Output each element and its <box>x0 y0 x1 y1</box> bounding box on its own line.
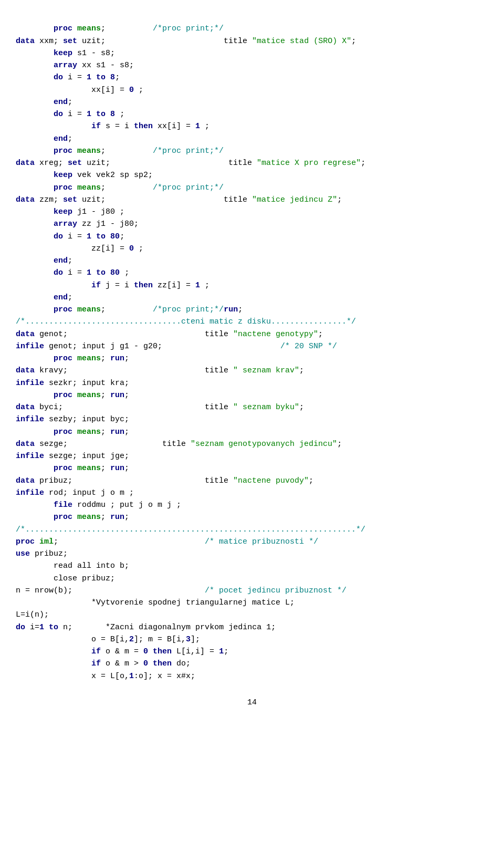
line-array-zz: array zz j1 - j80; <box>16 220 139 228</box>
page-number: 14 <box>16 698 488 707</box>
line-end-2: end; <box>16 134 72 143</box>
line-end-4: end; <box>16 293 72 302</box>
line-read-all: read all into b; <box>16 562 129 570</box>
line-infile-sezkr: infile sezkr; input kra; <box>16 379 129 388</box>
line-comment-cteni: /*.................................cteni… <box>16 317 356 326</box>
line-end-3: end; <box>16 256 72 265</box>
line-close-pribuz: close pribuz; <box>16 574 115 583</box>
line-use-pribuz: use pribuz; <box>16 549 68 558</box>
line-proc-iml: proc iml; /* matice pribuznosti */ <box>16 537 318 546</box>
line-vytvorenie: *Vytvorenie spodnej triangularnej matice… <box>16 598 295 607</box>
line-comment-dots: /*......................................… <box>16 525 365 534</box>
line-proc-means-3: proc means; /*proc print;*/ <box>16 183 224 192</box>
line-do-i-1-80-b: do i = 1 to 80 ; <box>16 268 129 277</box>
line-data-genot: data genot; title "nactene genotypy"; <box>16 330 323 339</box>
line-o-b-i-2: o = B[i,2]; m = B[i,3]; <box>16 635 200 644</box>
code-content: proc means; /*proc print;*/ data xxm; se… <box>16 11 488 682</box>
line-proc-means-1: proc means; /*proc print;*/ <box>16 24 224 33</box>
line-file-roddmu: file roddmu ; put j o m j ; <box>16 501 181 510</box>
line-proc-means-run-6: proc means; run; <box>16 513 129 522</box>
line-data-byci: data byci; title " seznam byku"; <box>16 403 304 412</box>
line-if-o-m-gt-0: if o & m > 0 then do; <box>16 659 191 668</box>
line-proc-means-run-2: proc means; run; <box>16 354 129 363</box>
line-data-kravy: data kravy; title " seznam krav"; <box>16 366 304 375</box>
line-do-i-1-to-n: do i=1 to n; *Zacni diagonalnym prvkom j… <box>16 623 276 632</box>
line-if-j-i-then: if j = i then zz[i] = 1 ; <box>16 281 209 290</box>
line-zz-i-0: zz[i] = 0 ; <box>16 244 143 253</box>
line-array-xx: array xx s1 - s8; <box>16 61 134 70</box>
line-proc-means-run-1: proc means; /*proc print;*/run; <box>16 305 243 314</box>
line-keep-j1: keep j1 - j80 ; <box>16 207 124 216</box>
line-data-zzm: data zzm; set uzit; title "matice jedinc… <box>16 195 342 204</box>
line-xx-i-0: xx[i] = 0 ; <box>16 86 143 95</box>
line-do-i-1-8-a: do i = 1 to 8; <box>16 73 120 82</box>
line-do-i-1-80-a: do i = 1 to 80; <box>16 232 124 241</box>
line-infile-sezge: infile sezge; input jge; <box>16 452 129 461</box>
line-if-s-i-then: if s = i then xx[i] = 1 ; <box>16 122 209 131</box>
line-infile-rod: infile rod; input j o m ; <box>16 488 134 497</box>
line-proc-means-run-5: proc means; run; <box>16 464 129 473</box>
line-keep-s1: keep s1 - s8; <box>16 49 115 58</box>
line-proc-means-2: proc means; /*proc print;*/ <box>16 147 224 155</box>
line-data-xxm: data xxm; set uzit; title "matice stad (… <box>16 37 356 46</box>
line-x-l-o: x = L[o,1:o]; x = x#x; <box>16 672 195 681</box>
line-proc-means-run-3: proc means; run; <box>16 391 129 400</box>
line-n-nrow: n = nrow(b); /* pocet jedincu pribuznost… <box>16 586 346 595</box>
line-if-o-m-0: if o & m = 0 then L[i,i] = 1; <box>16 647 228 656</box>
line-do-i-1-8-b: do i = 1 to 8 ; <box>16 110 124 119</box>
line-infile-genot: infile genot; input j g1 - g20; /* 20 SN… <box>16 342 337 351</box>
line-l-i-n: L=i(n); <box>16 610 49 619</box>
line-keep-vek: keep vek vek2 sp sp2; <box>16 171 153 180</box>
line-data-xreg: data xreg; set uzit; title "matice X pro… <box>16 159 365 168</box>
line-proc-means-run-4: proc means; run; <box>16 428 129 436</box>
line-data-sezge: data sezge; title "seznam genotypovanych… <box>16 440 342 449</box>
line-end-1: end; <box>16 98 72 107</box>
line-infile-sezby: infile sezby; input byc; <box>16 415 129 424</box>
line-data-pribuz: data pribuz; title "nactene puvody"; <box>16 476 313 485</box>
